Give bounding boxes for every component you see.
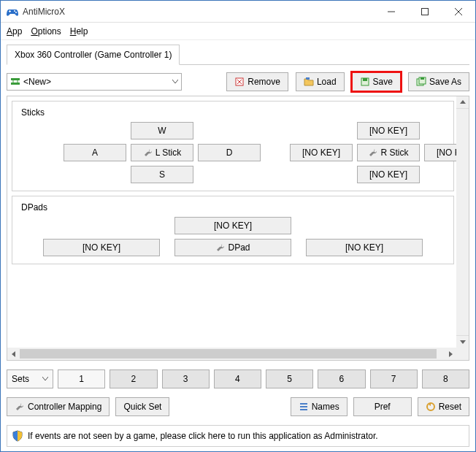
load-button[interactable]: Load <box>296 72 345 91</box>
pref-button[interactable]: Pref <box>353 397 412 416</box>
rstick-up[interactable]: [NO KEY] <box>357 122 420 139</box>
menu-app[interactable]: App <box>7 26 22 37</box>
chevron-down-icon <box>172 80 178 84</box>
sets-dropdown[interactable]: Sets <box>7 369 53 388</box>
horizontal-scrollbar[interactable] <box>7 348 456 360</box>
app-icon <box>7 6 18 18</box>
dpads-legend: DPads <box>20 202 49 212</box>
scrollbar-thumb[interactable] <box>20 349 437 359</box>
reset-button[interactable]: Reset <box>418 397 469 416</box>
menu-help[interactable]: Help <box>70 26 88 37</box>
sets-row: Sets 1 2 3 4 5 6 7 8 <box>7 369 469 388</box>
svg-rect-4 <box>422 8 429 15</box>
shield-icon <box>12 430 23 442</box>
lstick-right[interactable]: D <box>198 144 261 161</box>
profile-select[interactable]: <New> <box>7 73 182 91</box>
title-bar: AntiMicroX <box>1 1 475 23</box>
svg-rect-3 <box>9 10 10 12</box>
reset-icon <box>426 402 436 412</box>
save-as-icon <box>416 77 426 87</box>
set-7[interactable]: 7 <box>370 369 418 388</box>
save-button[interactable]: Save <box>352 72 401 91</box>
sticks-legend: Sticks <box>20 107 46 118</box>
set-6[interactable]: 6 <box>318 369 365 388</box>
profile-selected: <New> <box>23 77 51 87</box>
menu-bar: App Options Help <box>1 23 475 40</box>
svg-rect-8 <box>306 77 310 80</box>
rstick-center[interactable]: R Stick <box>357 144 420 161</box>
names-button[interactable]: Names <box>291 397 348 416</box>
remove-button[interactable]: Remove <box>226 72 288 91</box>
rstick-left[interactable]: [NO KEY] <box>290 144 353 161</box>
svg-rect-13 <box>421 77 424 80</box>
wrench-icon <box>143 148 153 158</box>
window-title: AntiMicroX <box>23 7 65 17</box>
vertical-scrollbar[interactable] <box>456 96 469 348</box>
folder-open-icon <box>304 77 314 87</box>
set-8[interactable]: 8 <box>422 369 469 388</box>
save-icon <box>360 77 370 87</box>
lstick-up[interactable]: W <box>131 122 193 139</box>
save-as-button[interactable]: Save As <box>408 72 469 91</box>
admin-notice-text: If events are not seen by a game, please… <box>28 431 378 441</box>
scroll-corner <box>456 348 469 360</box>
minimize-button[interactable] <box>375 1 408 23</box>
bottom-toolbar: Controller Mapping Quick Set Names Pref … <box>7 397 469 416</box>
controller-mapping-button[interactable]: Controller Mapping <box>7 397 110 416</box>
rstick-down[interactable]: [NO KEY] <box>357 166 420 183</box>
set-2[interactable]: 2 <box>110 369 157 388</box>
svg-rect-5 <box>11 78 20 80</box>
mapping-scroll-area: Sticks W A L Stick D S [NO KEY] <box>7 96 469 361</box>
quick-set-button[interactable]: Quick Set <box>115 397 169 416</box>
scroll-left-icon[interactable] <box>7 348 20 360</box>
lstick-left[interactable]: A <box>64 144 126 161</box>
scroll-up-icon[interactable] <box>456 96 469 109</box>
svg-rect-10 <box>363 78 367 81</box>
scroll-right-icon[interactable] <box>444 348 456 360</box>
dpad-center[interactable]: DPad <box>174 239 291 256</box>
dpad-up[interactable]: [NO KEY] <box>174 217 291 234</box>
tab-row: Xbox 360 Controller (Game Controller 1) <box>7 45 469 65</box>
svg-rect-6 <box>11 83 20 85</box>
list-icon <box>299 402 309 412</box>
wrench-icon <box>368 148 378 158</box>
remove-icon <box>234 77 245 87</box>
admin-notice[interactable]: If events are not seen by a game, please… <box>7 425 469 447</box>
menu-options[interactable]: Options <box>31 26 61 37</box>
set-3[interactable]: 3 <box>162 369 210 388</box>
profile-toolbar: <New> Remove Load Save Save As <box>7 72 469 91</box>
close-button[interactable] <box>442 1 475 23</box>
profile-icon <box>10 77 20 87</box>
lstick-down[interactable]: S <box>131 166 193 183</box>
lstick-center[interactable]: L Stick <box>131 144 193 161</box>
maximize-button[interactable] <box>408 1 442 23</box>
sticks-fieldset: Sticks W A L Stick D S [NO KEY] <box>12 101 454 191</box>
dpad-left[interactable]: [NO KEY] <box>43 239 160 256</box>
svg-point-1 <box>15 12 17 13</box>
controller-tab[interactable]: Xbox 360 Controller (Game Controller 1) <box>7 45 180 65</box>
scroll-down-icon[interactable] <box>456 335 469 348</box>
chevron-down-icon <box>42 377 48 381</box>
content-area: Xbox 360 Controller (Game Controller 1) … <box>1 40 475 451</box>
set-4[interactable]: 4 <box>214 369 261 388</box>
dpad-right[interactable]: [NO KEY] <box>306 239 423 256</box>
dpads-fieldset: DPads [NO KEY] [NO KEY] DPad [NO KEY] <box>12 196 454 264</box>
svg-point-0 <box>14 10 15 12</box>
set-1[interactable]: 1 <box>58 369 105 388</box>
wrench-icon <box>15 402 25 412</box>
wrench-icon <box>215 242 226 253</box>
set-5[interactable]: 5 <box>266 369 313 388</box>
